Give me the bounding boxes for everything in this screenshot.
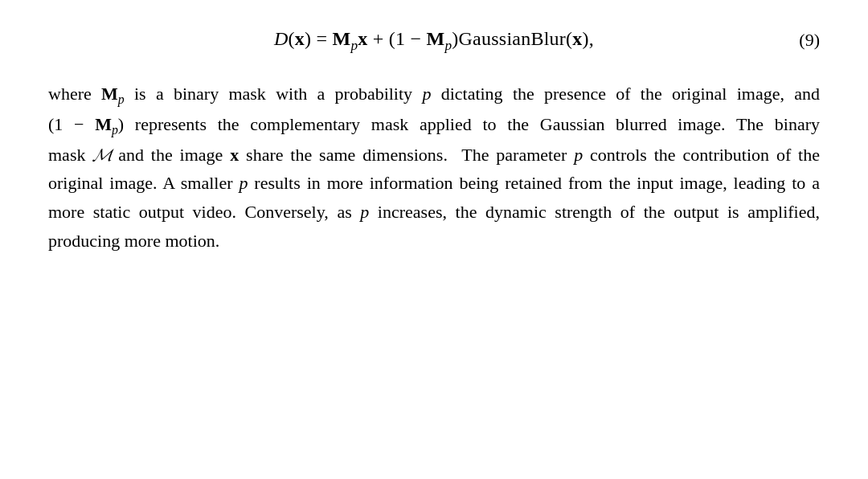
inline-Mp1: M: [101, 84, 118, 104]
inline-p2: p: [574, 145, 583, 165]
math-Mp1: M: [333, 28, 351, 49]
equation-block: D(x) = Mpx + (1 − Mp)GaussianBlur(x), (9…: [48, 24, 820, 57]
page: D(x) = Mpx + (1 − Mp)GaussianBlur(x), (9…: [0, 0, 868, 479]
body-paragraph: where Mp is a binary mask with a probabi…: [48, 80, 820, 256]
math-x2: x: [358, 28, 367, 49]
inline-Mp2: M: [95, 114, 112, 134]
inline-x1: x: [230, 145, 239, 165]
equation-formula: D(x) = Mpx + (1 − Mp)GaussianBlur(x),: [274, 24, 594, 57]
inline-p3: p: [239, 173, 248, 193]
math-x3: x: [572, 28, 582, 49]
inline-M-cal: 𝓜: [92, 145, 111, 165]
math-x-eq: x: [295, 28, 305, 49]
equation-number: (9): [799, 27, 820, 54]
math-D: D: [274, 28, 289, 49]
inline-p1: p: [422, 84, 431, 104]
paragraph-text: where Mp is a binary mask with a probabi…: [48, 80, 820, 256]
inline-p4: p: [360, 202, 369, 222]
math-Mp2: M: [427, 28, 445, 49]
